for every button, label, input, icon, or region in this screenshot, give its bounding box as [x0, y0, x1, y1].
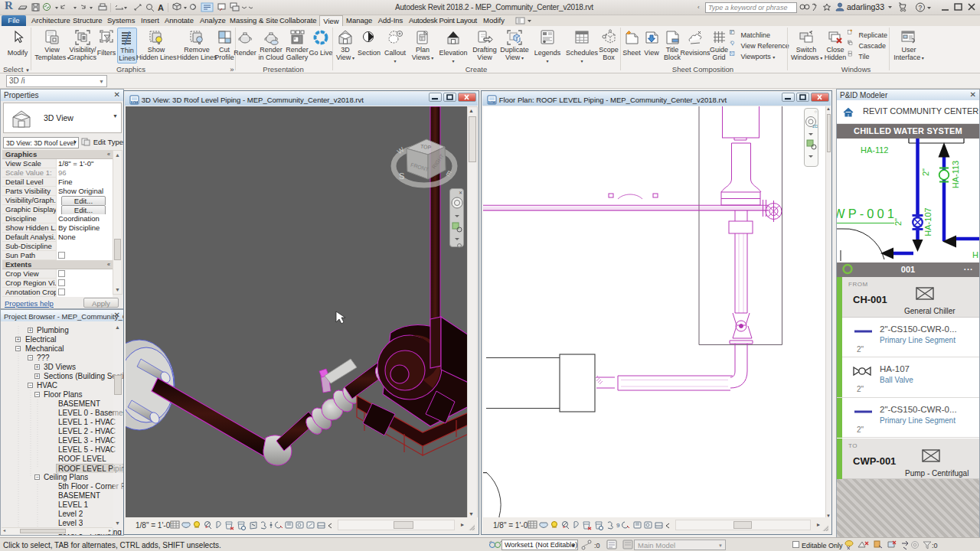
svg-text:H: H	[972, 250, 978, 259]
svg-text:2": 2"	[893, 218, 903, 226]
svg-text:2": 2"	[921, 168, 930, 176]
svg-text:A: A	[158, 3, 164, 12]
svg-text:2D: 2D	[812, 124, 818, 129]
svg-text::0: :0	[932, 542, 938, 549]
svg-text:HA-113: HA-113	[951, 161, 960, 188]
svg-text:S: S	[399, 171, 404, 181]
svg-text:RVT: RVT	[489, 100, 495, 104]
svg-text:adarling33: adarling33	[847, 2, 884, 11]
svg-text:RVT: RVT	[132, 100, 138, 104]
svg-text:WP-001: WP-001	[837, 207, 894, 220]
svg-text::0: :0	[594, 542, 600, 549]
svg-text:HA-107: HA-107	[923, 207, 933, 236]
svg-text:?: ?	[919, 4, 923, 11]
svg-text:9: 9	[616, 522, 620, 529]
svg-text:HA-112: HA-112	[861, 145, 888, 155]
